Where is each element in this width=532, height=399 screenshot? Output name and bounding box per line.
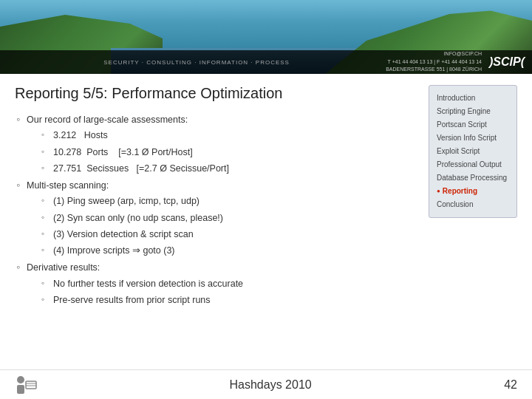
list-item: Derivative results: No further tests if …	[15, 260, 417, 308]
list-item: 27.751 Secissues [=2.7 Ø Secissue/Port]	[41, 161, 417, 177]
contact-line1: T +41 44 404 13 13 | F +41 44 404 13 14	[386, 58, 482, 66]
list-item: Our record of large-scale assessments: 3…	[15, 112, 417, 177]
nav-item-portscan-script[interactable]: Portscan Script	[437, 118, 509, 132]
header-bar: SECURITY · CONSULTING · INFORMATION · PR…	[0, 50, 532, 74]
scip-logo: )SCIP(	[489, 55, 525, 69]
sub-list: (1) Ping sweep (arp, icmp, tcp, udp) (2)…	[27, 194, 417, 259]
sub-list: 3.212 Hosts 10.278 Ports [=3.1 Ø Port/Ho…	[27, 128, 417, 177]
nav-item-exploit-script[interactable]: Exploit Script	[437, 145, 509, 158]
bullet-text: Our record of large-scale assessments:	[27, 115, 188, 125]
list-item: (4) Improve scripts ⇒ goto (3)	[41, 243, 417, 259]
nav-item-professional-output[interactable]: Professional Output	[437, 158, 509, 171]
footer: Hashdays 2010 42	[0, 369, 532, 399]
nav-text: SECURITY · CONSULTING · INFORMATION · PR…	[7, 59, 386, 66]
bullet-list: Our record of large-scale assessments: 3…	[15, 112, 417, 308]
svg-rect-1	[17, 385, 24, 394]
nav-item-database-processing[interactable]: Database Processing	[437, 171, 509, 185]
footer-page: 42	[504, 378, 517, 392]
list-item: (1) Ping sweep (arp, icmp, tcp, udp)	[41, 194, 417, 209]
nav-item-version-info-script[interactable]: Version Info Script	[437, 132, 509, 145]
footer-svg-icon	[15, 374, 37, 396]
contact-info: INFO@SCIP.CH T +41 44 404 13 13 | F +41 …	[386, 50, 482, 74]
header-image: SECURITY · CONSULTING · INFORMATION · PR…	[0, 0, 532, 74]
nav-item-introduction[interactable]: Introduction	[437, 92, 509, 105]
list-item: Multi-step scanning: (1) Ping sweep (arp…	[15, 178, 417, 259]
nav-sidebar: Introduction Scripting Engine Portscan S…	[429, 85, 517, 218]
svg-point-0	[17, 376, 24, 383]
bullet-text: Derivative results:	[27, 262, 100, 273]
list-item: No further tests if version detection is…	[41, 276, 417, 292]
nav-item-scripting-engine[interactable]: Scripting Engine	[437, 105, 509, 118]
bullet-text: Multi-step scanning:	[27, 180, 109, 191]
email: INFO@SCIP.CH	[386, 50, 482, 58]
main-content: Reporting 5/5: Performance Optimization …	[0, 74, 532, 369]
nav-item-conclusion[interactable]: Conclusion	[437, 198, 509, 211]
footer-title: Hashdays 2010	[230, 378, 312, 392]
slide-content: Reporting 5/5: Performance Optimization …	[15, 85, 417, 362]
list-item: Pre-serve results from prior script runs	[41, 293, 417, 308]
list-item: (3) Version detection & script scan	[41, 227, 417, 242]
list-item: 10.278 Ports [=3.1 Ø Port/Host]	[41, 145, 417, 160]
nav-item-reporting[interactable]: Reporting	[437, 185, 509, 198]
footer-icon	[15, 374, 37, 396]
list-item: (2) Syn scan only (no udp scans, please!…	[41, 211, 417, 226]
svg-rect-2	[26, 381, 36, 389]
sub-list: No further tests if version detection is…	[27, 276, 417, 309]
contact-line2: BADENERSTRASSE 551 | 8048 ZÜRICH	[386, 66, 482, 74]
list-item: 3.212 Hosts	[41, 128, 417, 143]
slide-title: Reporting 5/5: Performance Optimization	[15, 85, 417, 102]
